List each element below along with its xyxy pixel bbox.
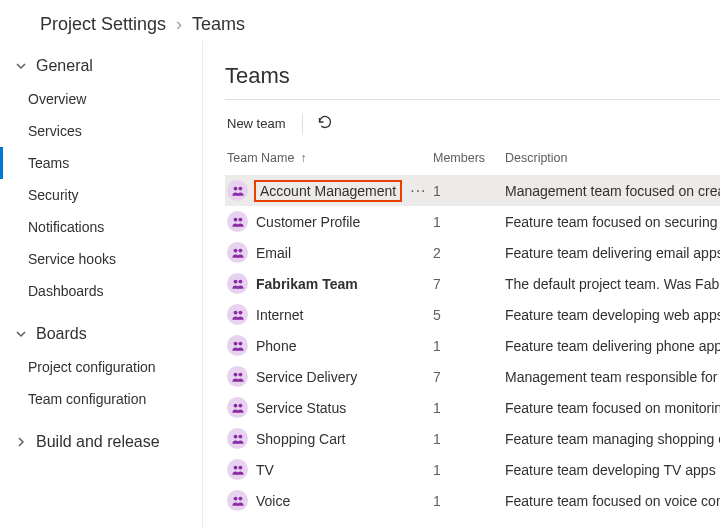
table-row[interactable]: Shopping Cart1Feature team managing shop…: [225, 423, 720, 454]
table-row[interactable]: Service Delivery7Management team respons…: [225, 361, 720, 392]
sidebar-item[interactable]: Services: [0, 115, 202, 147]
cell-members: 1: [433, 493, 505, 509]
cell-team-name: Fabrikam Team: [225, 273, 433, 294]
cell-members: 1: [433, 338, 505, 354]
team-icon: [227, 304, 248, 325]
svg-point-5: [238, 248, 242, 252]
cell-team-name: Service Delivery: [225, 366, 433, 387]
chevron-down-icon: [14, 328, 28, 340]
svg-point-14: [233, 403, 237, 407]
table-row[interactable]: Phone1Feature team delivering phone apps: [225, 330, 720, 361]
sidebar-item[interactable]: Service hooks: [0, 243, 202, 275]
sidebar-item[interactable]: Notifications: [0, 211, 202, 243]
divider: [302, 113, 303, 135]
sort-asc-icon: ↑: [300, 151, 306, 165]
team-name-link[interactable]: Account Management: [254, 180, 402, 202]
svg-point-7: [238, 279, 242, 283]
cell-team-name: Internet: [225, 304, 433, 325]
team-name-link[interactable]: Shopping Cart: [256, 431, 346, 447]
column-header-members[interactable]: Members: [433, 151, 505, 165]
new-team-button[interactable]: New team: [225, 112, 288, 135]
cell-team-name: Voice: [225, 490, 433, 511]
sidebar-item[interactable]: Security: [0, 179, 202, 211]
svg-point-3: [238, 217, 242, 221]
cell-members: 7: [433, 369, 505, 385]
cell-description: Management team responsible for ensure: [505, 369, 720, 385]
more-actions-icon[interactable]: ···: [410, 182, 427, 200]
svg-point-12: [233, 372, 237, 376]
breadcrumb-parent[interactable]: Project Settings: [40, 14, 166, 35]
team-name-link[interactable]: Fabrikam Team: [256, 276, 358, 292]
svg-point-21: [238, 496, 242, 500]
sidebar-item[interactable]: Dashboards: [0, 275, 202, 307]
cell-members: 1: [433, 214, 505, 230]
cell-description: Feature team delivering phone apps: [505, 338, 720, 354]
svg-point-4: [233, 248, 237, 252]
team-name-link[interactable]: Voice: [256, 493, 290, 509]
team-name-link[interactable]: Phone: [256, 338, 296, 354]
table-row[interactable]: TV1Feature team developing TV apps: [225, 454, 720, 485]
table-row[interactable]: Fabrikam Team7The default project team. …: [225, 268, 720, 299]
cell-team-name: Shopping Cart: [225, 428, 433, 449]
column-header-name[interactable]: Team Name ↑: [225, 151, 433, 165]
main-content: Teams New team Team Name ↑: [203, 41, 720, 528]
cell-description: Feature team developing web apps: [505, 307, 720, 323]
chevron-right-icon: ›: [176, 14, 182, 35]
team-icon: [227, 490, 248, 511]
cell-description: Feature team managing shopping cart app: [505, 431, 720, 447]
table-row[interactable]: Email2Feature team delivering email apps: [225, 237, 720, 268]
cell-team-name: TV: [225, 459, 433, 480]
sidebar-group-label: Build and release: [36, 433, 160, 451]
team-icon: [227, 459, 248, 480]
svg-point-8: [233, 310, 237, 314]
page-title: Teams: [225, 63, 720, 89]
team-name-link[interactable]: Internet: [256, 307, 303, 323]
cell-description: Feature team delivering email apps: [505, 245, 720, 261]
svg-point-15: [238, 403, 242, 407]
sidebar-item[interactable]: Overview: [0, 83, 202, 115]
table-row[interactable]: Account Management···1Management team fo…: [225, 175, 720, 206]
svg-point-17: [238, 434, 242, 438]
sidebar-item[interactable]: Teams: [0, 147, 202, 179]
divider: [225, 99, 720, 100]
table-row[interactable]: Internet5Feature team developing web app…: [225, 299, 720, 330]
cell-description: Feature team focused on securing account: [505, 214, 720, 230]
column-header-description[interactable]: Description: [505, 151, 720, 165]
team-name-link[interactable]: Email: [256, 245, 291, 261]
svg-point-1: [238, 186, 242, 190]
sidebar-group-header[interactable]: Build and release: [0, 425, 202, 459]
breadcrumb-current: Teams: [192, 14, 245, 35]
sidebar-item[interactable]: Team configuration: [0, 383, 202, 415]
table-row[interactable]: Voice1Feature team focused on voice comm…: [225, 485, 720, 516]
cell-members: 7: [433, 276, 505, 292]
svg-point-2: [233, 217, 237, 221]
cell-description: The default project team. Was Fabrikam F…: [505, 276, 720, 292]
cell-members: 1: [433, 400, 505, 416]
cell-team-name: Customer Profile: [225, 211, 433, 232]
cell-members: 2: [433, 245, 505, 261]
svg-point-10: [233, 341, 237, 345]
team-name-link[interactable]: Customer Profile: [256, 214, 360, 230]
teams-table: Team Name ↑ Members Description Account …: [225, 145, 720, 516]
sidebar-group-header[interactable]: Boards: [0, 317, 202, 351]
sidebar-group-header[interactable]: General: [0, 49, 202, 83]
chevron-right-icon: [14, 436, 28, 448]
refresh-button[interactable]: [317, 114, 333, 133]
team-name-link[interactable]: Service Status: [256, 400, 346, 416]
team-icon: [227, 428, 248, 449]
table-row[interactable]: Customer Profile1Feature team focused on…: [225, 206, 720, 237]
table-row[interactable]: Service Status1Feature team focused on m…: [225, 392, 720, 423]
team-icon: [227, 366, 248, 387]
cell-team-name: Phone: [225, 335, 433, 356]
team-name-link[interactable]: Service Delivery: [256, 369, 357, 385]
cell-team-name: Email: [225, 242, 433, 263]
sidebar-item[interactable]: Project configuration: [0, 351, 202, 383]
svg-point-11: [238, 341, 242, 345]
toolbar: New team: [225, 108, 720, 145]
settings-sidebar: GeneralOverviewServicesTeamsSecurityNoti…: [0, 41, 203, 528]
chevron-down-icon: [14, 60, 28, 72]
team-name-link[interactable]: TV: [256, 462, 274, 478]
team-icon: [227, 397, 248, 418]
team-icon: [227, 211, 248, 232]
svg-point-6: [233, 279, 237, 283]
